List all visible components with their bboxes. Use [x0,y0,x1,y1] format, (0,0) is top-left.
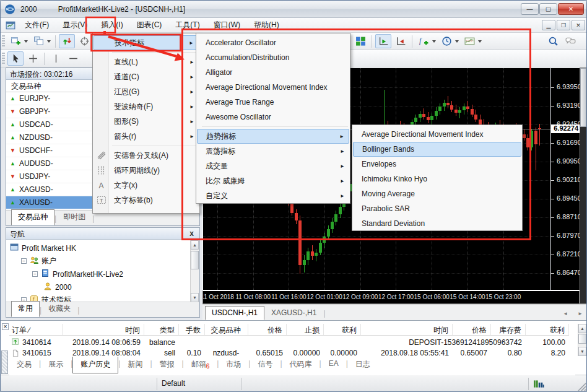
insert-menu-item[interactable]: 技术指标► [93,35,199,50]
indicators-menu-item[interactable]: 趋势指标► [197,129,349,144]
cursor-button[interactable] [7,51,24,66]
chart-time-axis[interactable]: 11 Oct 201811 Oct 08:0011 Oct 16:0012 Oc… [202,290,580,304]
indicators-menu-item[interactable]: Accelerator Oscillator [197,35,349,50]
menu-file[interactable]: 文件(F) [18,17,56,33]
mdi-close-button[interactable]: ✕ [572,20,585,30]
menu-insert[interactable]: 插入(I) [94,17,129,33]
column-header[interactable]: 止损 [287,324,324,335]
terminal-tab-4[interactable]: 警报 [152,357,182,373]
window-maximize-button[interactable]: ▢ [539,3,557,15]
chart-price-axis[interactable]: 6.939506.931906.924506.916906.909506.902… [551,68,580,290]
indicators-menu-item[interactable]: Average True Range [197,95,349,110]
autoscroll-button[interactable] [375,34,391,48]
terminal-tab-5[interactable]: 邮箱6 [184,357,217,373]
window-close-button[interactable]: ✕ [558,3,584,15]
table-row[interactable]: 34106152018.09.14 08:08:04sell0.10nzdusd… [9,349,569,357]
tree-expander-icon[interactable]: − [32,271,38,277]
navigator-tab[interactable]: 常用 [11,301,40,317]
mdi-restore-button[interactable]: ❐ [557,20,570,30]
indicators-menu-item[interactable]: 震荡指标► [197,144,349,159]
menu-tools[interactable]: 工具(T) [168,17,206,33]
insert-menu-item[interactable]: 箭头(r)► [93,129,199,144]
insert-menu-item[interactable]: 通道(C)► [93,69,199,84]
chart-tab[interactable]: XAGUSD-,H1 [264,306,323,320]
trend-menu-item[interactable]: Envelopes [353,157,521,172]
search-button[interactable] [545,34,561,48]
menu-help[interactable]: 帮助(H) [247,17,286,33]
tree-item[interactable]: Profit Market HK [10,242,199,255]
terminal-tab-10[interactable]: 日志 [348,357,378,373]
navigator-tab[interactable]: 收藏夹 [41,301,77,317]
templates-button[interactable] [461,34,477,48]
column-header[interactable]: 库存费 [491,324,526,335]
column-header[interactable]: 时间 [361,324,453,335]
menu-charts[interactable]: 图表(C) [130,17,169,33]
toolbar-grip[interactable] [2,35,5,48]
periods-dropdown[interactable] [455,40,459,43]
indicators-menu-item[interactable]: 自定义► [197,188,349,203]
navigator-close-icon[interactable]: x [188,229,196,238]
column-header[interactable]: 手数 [179,324,205,335]
menu-window[interactable]: 窗口(W) [207,17,247,33]
toolbar-grip[interactable] [2,53,5,65]
terminal-tab-2[interactable]: 账户历史 [72,357,118,373]
market-watch-tab[interactable]: 交易品种 [11,209,54,225]
insert-menu-item[interactable]: 斐波纳奇(F)► [93,99,199,114]
status-profile[interactable]: Default [162,379,185,388]
indicators-menu-item[interactable]: 比尔 威廉姆► [197,173,349,188]
column-header[interactable]: 类型 [144,324,179,335]
chart-tabs-scroll-left-icon[interactable]: ◄ [558,307,573,320]
chart-scrollbar[interactable] [580,68,587,304]
insert-menu-item[interactable]: 直线(L)► [93,54,199,69]
chart-tabs-scroll-right-icon[interactable]: ► [573,307,587,320]
market-watch-tab[interactable]: 即时图 [56,209,92,225]
chart-shift-button[interactable] [393,34,409,48]
indicators-menu-item[interactable]: 成交量► [197,159,349,173]
terminal-scrollbar[interactable]: ▲ ▼ [578,324,586,356]
indicators-button[interactable]: f [415,34,432,48]
column-header[interactable]: 价格 [453,324,491,335]
terminal-grip[interactable] [1,351,8,374]
navigator-scrollbar[interactable]: ▲ ▼ [190,240,199,302]
new-order-button[interactable] [76,34,92,48]
column-header[interactable]: 时间 [63,324,144,335]
tree-item[interactable]: −账户 [10,255,199,268]
new-chart-button[interactable] [7,34,24,48]
trend-menu-item[interactable]: Standard Deviation [353,216,521,231]
column-header[interactable]: 获利 [324,324,361,335]
new-chart-dropdown[interactable] [24,40,28,43]
crosshair-button[interactable] [25,51,41,66]
insert-menu-item[interactable]: 江恩(G)► [93,84,199,99]
chat-button[interactable] [562,34,578,48]
window-minimize-button[interactable]: — [521,3,539,15]
terminal-tab-ea[interactable]: EA [321,357,346,371]
tree-expander-icon[interactable]: − [21,258,27,264]
profiles-button[interactable] [30,34,46,48]
indicators-menu-item[interactable]: Alligator [197,65,349,80]
templates-dropdown[interactable] [478,40,482,43]
indicators-dropdown[interactable] [432,40,436,43]
table-row[interactable]: 34106142018.09.14 08:06:59balanceDEPOSIT… [9,336,569,349]
insert-menu-item[interactable]: 文字(x)A [93,178,199,193]
terminal-tab-6[interactable]: 市场 [219,357,248,373]
trend-menu-item[interactable]: Bollinger Bands [353,142,521,157]
mdi-minimize-button[interactable]: ▁ [542,20,555,30]
column-header[interactable]: 获利 [526,324,569,335]
column-header[interactable]: 价格 [248,324,287,335]
chart-tab[interactable]: USDCNH-,H1 [205,306,264,320]
indicators-menu-item[interactable]: Average Directional Movement Index [197,80,349,95]
tree-item[interactable]: −ProfitMarketHK-Live2 [10,268,199,281]
vline-button[interactable] [48,51,64,66]
column-header[interactable]: 交易品种 [205,324,248,335]
menu-view[interactable]: 显示(V) [56,17,94,33]
tree-item[interactable]: 2000 [10,281,199,294]
market-watch-button[interactable] [59,34,75,48]
hline-button[interactable] [65,51,81,66]
trend-menu-item[interactable]: Parabolic SAR [353,201,521,216]
column-header[interactable]: 订单 ∕ [9,324,63,335]
trend-menu-item[interactable]: Average Directional Movement Index [353,127,521,142]
insert-menu-item[interactable]: 安德鲁分叉线(A) [93,148,199,163]
indicators-menu-item[interactable]: Awesome Oscillator [197,110,349,124]
resize-grip[interactable] [578,383,586,391]
insert-menu-item[interactable]: 循环周期线(y) [93,163,199,178]
